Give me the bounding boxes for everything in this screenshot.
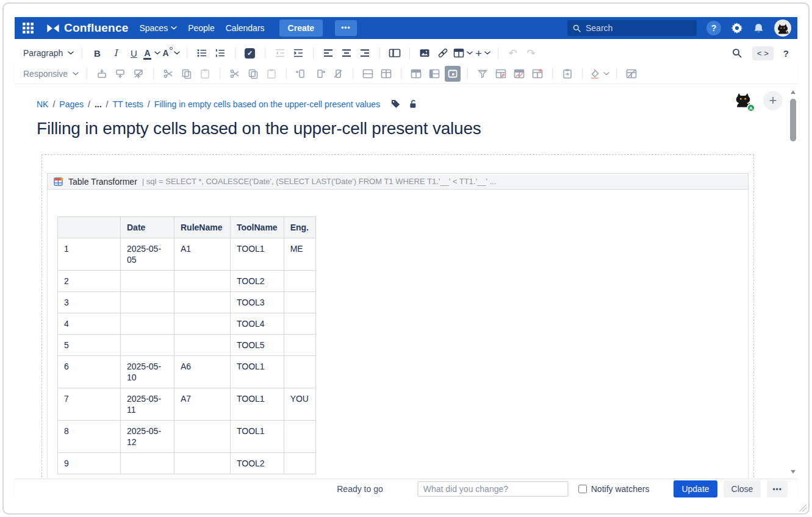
author-avatar[interactable]: A [733, 90, 753, 111]
insert-column-right-button[interactable] [312, 66, 328, 82]
table-cell[interactable]: A6 [174, 356, 231, 388]
table-cell[interactable] [284, 292, 315, 313]
table-cell[interactable]: 2025-05-05 [121, 238, 174, 271]
numbered-list-button[interactable] [212, 45, 228, 61]
table-cell[interactable]: TOOL2 [231, 453, 284, 474]
no-heading-button[interactable] [445, 66, 461, 82]
scroll-down-arrow[interactable] [791, 470, 796, 474]
bold-button[interactable]: B [89, 45, 105, 61]
table-cell[interactable]: TOOL5 [231, 335, 284, 356]
table-cell[interactable]: 2025-05-12 [121, 421, 174, 453]
copy-row-button[interactable] [179, 66, 195, 82]
paste-row-button[interactable] [197, 66, 213, 82]
table-cell[interactable]: A7 [174, 388, 231, 421]
breadcrumb-ellipsis[interactable]: ... [95, 99, 102, 109]
table-cell[interactable]: 2025-05-10 [121, 356, 174, 388]
table-cell[interactable]: 2025-05-11 [121, 388, 174, 421]
table-cell[interactable]: TOOL2 [231, 271, 284, 292]
close-button[interactable]: Close [724, 480, 761, 497]
global-search[interactable] [567, 20, 697, 36]
macro-selection-area[interactable]: Table Transformer | sql = SELECT *, COAL… [41, 154, 754, 479]
table-cell[interactable]: ME [284, 238, 315, 271]
bullet-list-button[interactable] [194, 45, 210, 61]
find-replace-button[interactable] [729, 45, 745, 61]
nav-more-button[interactable]: ••• [335, 20, 357, 36]
insert-link-button[interactable] [435, 45, 451, 61]
cut-row-button[interactable] [160, 66, 176, 82]
data-table[interactable]: Date RuleName ToolName Eng. 12025-05-05A… [57, 216, 316, 474]
merge-cells-button[interactable] [360, 66, 376, 82]
version-comment-input[interactable] [417, 481, 569, 497]
table-cell[interactable]: TOOL1 [231, 238, 284, 271]
cut-column-button[interactable] [227, 66, 243, 82]
table-cell[interactable]: TOOL4 [231, 313, 284, 335]
labels-tag-icon[interactable] [390, 99, 401, 109]
table-cell[interactable]: TOOL1 [231, 421, 284, 453]
column-header-date[interactable]: Date [121, 217, 174, 238]
table-cell[interactable]: 7 [58, 388, 121, 421]
table-cell[interactable] [284, 421, 315, 453]
table-cell[interactable]: 1 [58, 238, 121, 271]
table-cell[interactable]: 3 [58, 292, 121, 313]
editor-help-button[interactable]: ? [780, 48, 792, 59]
more-formatting-button[interactable]: A [163, 45, 180, 61]
table-cell[interactable] [284, 356, 315, 388]
align-left-button[interactable] [320, 45, 336, 61]
table-cell[interactable]: TOOL3 [231, 292, 284, 313]
search-input[interactable] [586, 23, 683, 33]
table-cell[interactable] [121, 271, 174, 292]
insert-column-left-button[interactable] [293, 66, 309, 82]
table-cell[interactable]: TOOL1 [231, 356, 284, 388]
chart-from-table-button[interactable] [511, 66, 527, 82]
breadcrumb-pages[interactable]: Pages [59, 99, 84, 109]
app-switcher-icon[interactable] [22, 22, 34, 34]
column-header-eng[interactable]: Eng. [284, 217, 315, 238]
window-resize-handle[interactable] [799, 504, 807, 512]
split-cells-button[interactable] [378, 66, 394, 82]
table-cell[interactable] [284, 271, 315, 292]
page-layout-button[interactable] [387, 45, 403, 61]
table-transformer-macro-header[interactable]: Table Transformer | sql = SELECT *, COAL… [47, 173, 749, 190]
help-icon[interactable]: ? [706, 21, 721, 35]
table-cell[interactable]: A1 [174, 238, 231, 271]
filter-table-button[interactable] [475, 66, 490, 82]
insert-image-button[interactable] [417, 45, 433, 61]
notify-watchers-option[interactable]: Notify watchers [578, 484, 650, 494]
redo-button[interactable]: ↷ [523, 45, 539, 61]
breadcrumb-space[interactable]: NK [37, 99, 48, 109]
unlocked-icon[interactable] [408, 99, 419, 109]
heading-column-button[interactable] [426, 66, 442, 82]
bell-icon[interactable] [753, 23, 764, 34]
table-cell[interactable] [284, 453, 315, 474]
heading-row-button[interactable] [408, 66, 424, 82]
add-table-transformer-button[interactable] [530, 66, 545, 82]
table-cell[interactable]: 4 [58, 313, 121, 335]
copy-column-button[interactable] [245, 66, 261, 82]
underline-button[interactable]: U [126, 45, 142, 61]
column-header-rulename[interactable]: RuleName [174, 217, 231, 238]
nav-people[interactable]: People [188, 23, 215, 33]
user-avatar[interactable] [774, 20, 791, 37]
table-cell[interactable] [121, 313, 174, 335]
column-header-blank[interactable] [58, 217, 121, 238]
column-header-toolname[interactable]: ToolName [231, 217, 284, 238]
table-cell[interactable]: TOOL1 [231, 388, 284, 421]
vertical-scrollbar[interactable] [789, 90, 797, 474]
undo-button[interactable]: ↶ [505, 45, 521, 61]
remove-table-button[interactable] [623, 66, 639, 82]
table-style-dropdown[interactable]: Responsive [21, 69, 81, 79]
delete-column-button[interactable] [330, 66, 346, 82]
table-cell[interactable]: 5 [58, 335, 121, 356]
table-cell[interactable] [174, 453, 231, 474]
insert-row-below-button[interactable] [112, 66, 128, 82]
gear-icon[interactable] [731, 22, 743, 34]
align-right-button[interactable] [357, 45, 373, 61]
task-list-button[interactable]: ✓ [242, 45, 258, 61]
paste-table-options-button[interactable] [559, 66, 575, 82]
table-cell[interactable] [174, 421, 231, 453]
notify-watchers-checkbox[interactable] [578, 485, 587, 493]
insert-row-above-button[interactable] [94, 66, 110, 82]
table-cell[interactable] [121, 335, 174, 356]
table-cell[interactable] [174, 292, 231, 313]
table-cell[interactable] [174, 335, 231, 356]
